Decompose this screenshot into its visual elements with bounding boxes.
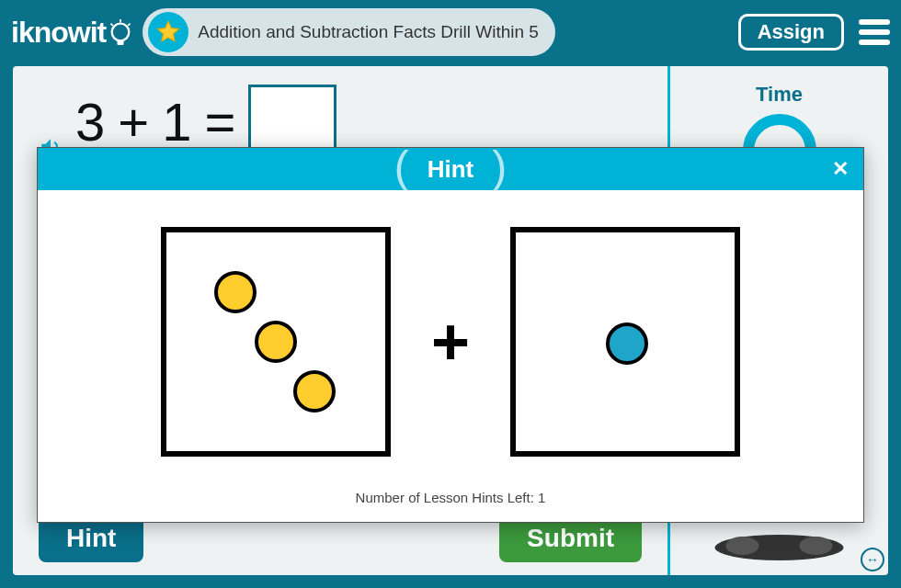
paren-right-icon: ) [492,145,507,189]
close-icon[interactable]: ✕ [832,157,849,181]
hints-remaining-text: Number of Lesson Hints Left: 1 [74,490,827,505]
hint-left-box [161,227,391,457]
hint-modal-title: Hint [409,155,493,184]
dot-yellow-2 [255,321,297,363]
dot-yellow-1 [214,271,257,313]
hint-modal: ( Hint ) ✕ + Number of Lesson Hints Left… [37,147,864,523]
hint-title-wrap: ( Hint ) [394,147,508,191]
hint-modal-header: ( Hint ) ✕ [38,148,863,190]
hint-visual: + [74,227,827,457]
hint-right-box [510,227,740,457]
plus-icon: + [431,304,470,379]
paren-left-icon: ( [394,145,409,189]
dot-blue-1 [606,322,648,365]
dot-yellow-3 [293,370,336,413]
hint-modal-body: + Number of Lesson Hints Left: 1 [38,190,863,522]
hint-modal-overlay: ( Hint ) ✕ + Number of Lesson Hints Left… [0,0,901,588]
